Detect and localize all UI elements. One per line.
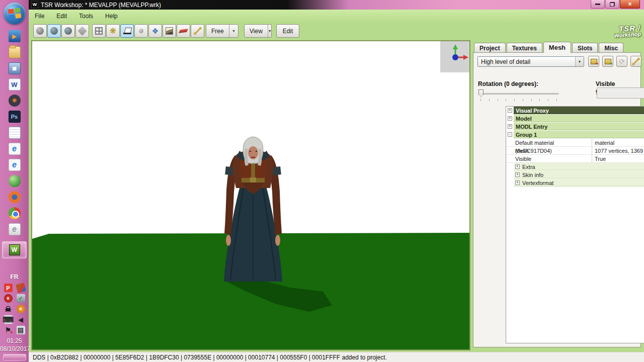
view-dropdown[interactable]: View ▼ <box>244 24 272 38</box>
menu-tools[interactable]: Tools <box>73 11 99 22</box>
start-button[interactable] <box>4 3 26 25</box>
internet-explorer-silver-icon[interactable]: e <box>9 223 21 235</box>
sphere-flat-icon <box>36 27 44 35</box>
bone-icon <box>633 58 639 64</box>
keyboard-icon[interactable]: ⌨ <box>4 315 13 324</box>
tree-sub-skin-info[interactable]: + Skin info <box>506 171 644 179</box>
menu-edit[interactable]: Edit <box>50 11 73 22</box>
error-icon[interactable]: × <box>4 294 13 303</box>
tree-row-visible[interactable]: Visible True <box>506 155 644 163</box>
render-mode-smooth-button[interactable] <box>47 24 61 38</box>
minimize-button[interactable] <box>591 0 605 9</box>
language-indicator[interactable]: FR <box>0 274 29 281</box>
import-mesh-button[interactable] <box>602 56 613 67</box>
subsection-label: Vertexformat <box>514 179 644 187</box>
refresh-button[interactable]: ⟳ <box>616 56 627 67</box>
tray-app-p-icon[interactable]: P <box>4 284 13 292</box>
restore-button[interactable] <box>605 0 619 9</box>
explorer-icon[interactable] <box>9 46 21 58</box>
render-mode-shaded-button[interactable] <box>61 24 75 38</box>
viewport-3d[interactable] <box>31 40 470 350</box>
slider-track[interactable] <box>478 93 559 95</box>
action-center-flag-icon[interactable]: ⚑× <box>4 326 13 334</box>
volume-icon[interactable]: ◀ <box>17 315 25 324</box>
toggle-ground-button[interactable] <box>120 24 134 38</box>
word-icon[interactable]: W <box>9 78 21 90</box>
tree-sub-vertexformat[interactable]: + Vertexformat <box>506 179 644 187</box>
eraser-icon <box>179 29 188 33</box>
internet-explorer-icon[interactable]: e <box>9 143 21 155</box>
render-mode-flat-button[interactable] <box>33 24 47 38</box>
clock-time[interactable]: 01:25 <box>0 337 29 344</box>
media-player-icon[interactable]: ▶ <box>9 30 21 42</box>
toggle-highlight-button[interactable] <box>177 24 190 38</box>
slider-handle[interactable] <box>478 89 484 98</box>
lod-dropdown[interactable]: High level of detail ▼ <box>477 56 584 67</box>
tab-misc[interactable]: Misc <box>599 43 623 53</box>
printer-icon[interactable]: ▤ <box>17 326 25 334</box>
usb-eject-icon[interactable]: ✓ <box>17 294 25 303</box>
cleaner-brush-icon[interactable] <box>16 283 26 293</box>
toggle-bones-button[interactable] <box>191 24 204 38</box>
scene-render <box>32 41 469 349</box>
toggle-grid-button[interactable] <box>92 24 106 38</box>
section-label: Model <box>514 115 644 122</box>
menu-file[interactable]: File <box>29 11 50 22</box>
toggle-origin-button[interactable] <box>134 24 148 38</box>
taskbar-button-tsr-workshop[interactable]: W <box>2 241 27 258</box>
flag-x-glyph: × <box>10 330 13 335</box>
bone-tool-button[interactable] <box>630 56 641 67</box>
system-tray: FR P × ✓ ☠ × ⌨ ◀ ⚑× ▤ 01:25 08/10/2017 <box>0 274 29 362</box>
geostate-dropdown[interactable]: ▼ <box>597 87 644 99</box>
minimize-icon <box>595 4 600 5</box>
tree-sub-extra[interactable]: + Extra <box>506 163 644 171</box>
tab-slots[interactable]: Slots <box>572 43 598 53</box>
firefox-icon[interactable] <box>9 191 21 203</box>
expander-icon[interactable]: + <box>515 172 520 177</box>
render-mode-wireframe-button[interactable] <box>75 24 89 38</box>
tree-row-default-material[interactable]: Default material (0xEC917D04) material <box>506 139 644 147</box>
menu-help[interactable]: Help <box>99 11 124 22</box>
clock-date[interactable]: 08/10/2017 <box>0 345 29 352</box>
expander-icon[interactable]: - <box>508 132 512 137</box>
title-bar[interactable]: W TSR Workshop: * MEVALPP (MEVALPP.wrk) … <box>29 0 644 10</box>
photoshop-icon[interactable]: Ps <box>9 111 21 123</box>
tree-section-visual-proxy[interactable]: + Visual Proxy <box>506 107 644 115</box>
internet-explorer-icon-2[interactable]: e <box>9 159 21 171</box>
toolbar: ❋ ❖ Free ▼ View ▼ Edit <box>29 23 644 40</box>
skull-icon[interactable]: ☠ <box>4 305 13 313</box>
axis-up-arrow <box>453 44 458 49</box>
show-desktop-button[interactable] <box>3 354 26 360</box>
expander-icon[interactable]: + <box>508 108 512 113</box>
tree-section-group-1[interactable]: - Group 1 <box>506 131 644 139</box>
shield-warning-icon[interactable]: × <box>17 305 25 313</box>
desktop-app-icon[interactable]: ▦ <box>9 62 21 74</box>
tree-row-mesh[interactable]: Mesh 1077 vertices, 1369 faces <box>506 147 644 155</box>
tree-section-modl-entry[interactable]: + MODL Entry <box>506 123 644 131</box>
rotation-slider[interactable] <box>478 89 559 98</box>
tab-project[interactable]: Project <box>474 43 506 53</box>
expander-icon[interactable]: + <box>515 180 520 185</box>
tsr-workshop-window: W TSR Workshop: * MEVALPP (MEVALPP.wrk) … <box>29 0 644 352</box>
green-globe-icon[interactable] <box>9 175 21 187</box>
expander-icon[interactable]: + <box>508 116 512 121</box>
notepad-icon[interactable] <box>9 127 21 139</box>
edit-button[interactable]: Edit <box>276 24 299 38</box>
tab-textures[interactable]: Textures <box>507 43 542 53</box>
windows-flag-icon <box>8 8 21 20</box>
toggle-vertices-button[interactable]: ❖ <box>148 24 162 38</box>
menu-bar: File Edit Tools Help <box>29 10 644 23</box>
expander-icon[interactable]: + <box>508 124 512 129</box>
camera-mode-dropdown[interactable]: Free ▼ <box>206 24 238 38</box>
export-mesh-button[interactable] <box>588 56 599 67</box>
utility-app-icon[interactable]: ✳ <box>9 95 21 107</box>
toggle-skeleton-button[interactable]: ❋ <box>106 24 120 38</box>
toggle-texture-button[interactable] <box>163 24 176 38</box>
close-button[interactable]: × <box>620 0 640 9</box>
sphere-smooth-icon <box>50 27 58 35</box>
tab-mesh[interactable]: Mesh <box>543 42 571 53</box>
subsection-label: Extra <box>514 163 644 170</box>
tree-section-model[interactable]: + Model <box>506 115 644 123</box>
chrome-icon[interactable] <box>9 207 21 219</box>
expander-icon[interactable]: + <box>515 164 520 169</box>
